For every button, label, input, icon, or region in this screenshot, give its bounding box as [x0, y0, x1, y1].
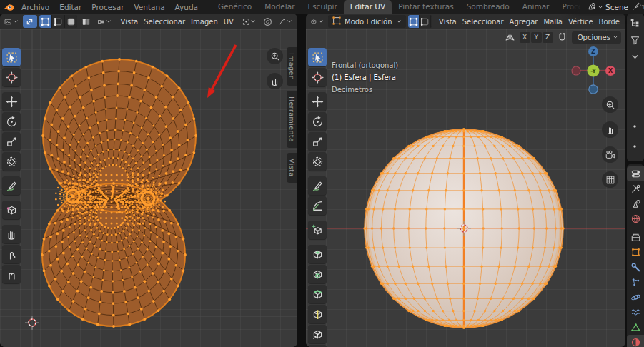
properties-tab-tool[interactable]: [627, 181, 644, 196]
face-select-mode-button[interactable]: [65, 15, 77, 28]
mode-dropdown[interactable]: Modo Edición: [328, 15, 406, 28]
sticky-selection-dropdown[interactable]: [96, 15, 114, 28]
proportional-falloff-dropdown[interactable]: [277, 15, 294, 28]
edge-select-mode-button[interactable]: [52, 15, 64, 28]
select-box-tool[interactable]: [2, 48, 21, 66]
cursor-tool[interactable]: [308, 68, 327, 86]
properties-tab-fluid[interactable]: [627, 305, 644, 320]
options-dropdown[interactable]: Opciones: [572, 31, 621, 44]
workspace-tab-genérico[interactable]: Genérico: [212, 0, 258, 14]
outliner-tree-icon[interactable]: [630, 18, 640, 31]
blender-logo-icon[interactable]: [2, 1, 16, 13]
navigation-gizmo[interactable]: XZ-Y: [570, 45, 620, 95]
properties-tab-particles[interactable]: [627, 275, 644, 290]
menu-archivo[interactable]: Archivo: [16, 3, 54, 11]
pinch-tool[interactable]: [2, 265, 21, 283]
rip-region-tool[interactable]: [2, 201, 21, 219]
face-select-mode-button[interactable]: [431, 15, 432, 28]
workspace-tab-editar-uv[interactable]: Editar UV: [344, 0, 392, 14]
uv-menu-seleccionar[interactable]: Seleccionar: [141, 18, 188, 26]
rotate-tool[interactable]: [308, 112, 327, 131]
properties-tab-material[interactable]: [627, 335, 644, 347]
scene-dropdown-icon[interactable]: [586, 1, 597, 13]
snap-icon[interactable]: [555, 31, 570, 44]
zoom-in-button[interactable]: [267, 48, 283, 64]
uv-menu-vista[interactable]: Vista: [118, 18, 142, 26]
inset-tool[interactable]: [308, 265, 327, 283]
cursor-tool[interactable]: [2, 68, 21, 86]
mirror-icon[interactable]: [503, 31, 517, 44]
edge-select-mode-button[interactable]: [420, 15, 430, 28]
transform-tool[interactable]: [308, 152, 327, 171]
uv-viewport[interactable]: ImagenHerramientaVista: [0, 29, 297, 347]
pivot-point-dropdown[interactable]: [241, 15, 259, 28]
properties-tab-scene[interactable]: [627, 196, 644, 211]
bevel-tool[interactable]: [308, 285, 327, 303]
chevron-down-icon[interactable]: [630, 51, 640, 65]
scale-tool[interactable]: [2, 132, 21, 151]
workspace-tab-animar[interactable]: Animar: [516, 0, 556, 14]
annotate-tool[interactable]: [308, 176, 327, 195]
viewport-3d[interactable]: XYZ Opciones Frontal (ortogonal) (1) Esf…: [306, 29, 625, 347]
properties-tab-modifiers[interactable]: [627, 260, 644, 275]
vertex-select-mode-button[interactable]: [39, 15, 51, 28]
workspace-tab-esculpir[interactable]: Esculpir: [302, 0, 344, 14]
viewport-menu-malla[interactable]: Malla: [540, 18, 565, 26]
outliner-row-dot[interactable]: [630, 141, 640, 154]
properties-tab-physics[interactable]: [627, 290, 644, 305]
extrude-tool[interactable]: [308, 245, 327, 263]
properties-tab-world[interactable]: [627, 211, 644, 226]
properties-tab-collection[interactable]: [627, 230, 644, 245]
workspace-tab-modelar[interactable]: Modelar: [258, 0, 301, 14]
measure-tool[interactable]: [308, 196, 327, 215]
knife-tool[interactable]: [308, 325, 327, 343]
workspace-tab-pintar-texturas[interactable]: Pintar texturas: [392, 0, 460, 14]
menu-ayuda[interactable]: Ayuda: [170, 3, 203, 11]
sidebar-tab-vista[interactable]: Vista: [287, 153, 297, 182]
annotate-tool[interactable]: [2, 176, 21, 195]
viewport-menu-borde[interactable]: Borde: [596, 18, 623, 26]
scene-name[interactable]: Scene: [605, 3, 628, 11]
outliner-row-dot[interactable]: [630, 121, 640, 134]
scale-tool[interactable]: [308, 132, 327, 151]
properties-tab-object[interactable]: [627, 245, 644, 260]
pan-hand-button[interactable]: [267, 73, 283, 89]
menu-procesar[interactable]: Procesar: [86, 3, 129, 11]
transform-tool[interactable]: [2, 152, 21, 171]
uv-sync-selection-toggle[interactable]: [23, 15, 37, 28]
properties-tab-data[interactable]: [627, 320, 644, 335]
mirror-z-toggle[interactable]: Z: [543, 32, 553, 43]
rotate-tool[interactable]: [2, 112, 21, 131]
add-cube-tool[interactable]: [308, 221, 327, 239]
mirror-y-toggle[interactable]: Y: [531, 32, 542, 43]
viewport-menu-vértice[interactable]: Vértice: [565, 18, 596, 26]
relax-tool[interactable]: [2, 245, 21, 263]
uv-menu-imagen[interactable]: Imagen: [188, 18, 221, 26]
menu-editar[interactable]: Editar: [54, 3, 86, 11]
pan-hand-button[interactable]: [602, 121, 618, 138]
uv-menu-uv[interactable]: UV: [221, 18, 237, 26]
filter-icon[interactable]: [630, 35, 640, 49]
uv-island-mode-button[interactable]: [79, 15, 94, 28]
mirror-x-toggle[interactable]: X: [520, 32, 530, 43]
vertex-select-mode-button[interactable]: [408, 15, 419, 28]
pin-icon[interactable]: [633, 1, 642, 12]
move-tool[interactable]: [2, 92, 21, 111]
loop-cut-tool[interactable]: [308, 305, 327, 323]
editor-type-dropdown[interactable]: [309, 15, 326, 28]
sidebar-tab-imagen[interactable]: Imagen: [287, 47, 297, 86]
workspace-tab-sombreado[interactable]: Sombreado: [460, 0, 516, 14]
menu-ventana[interactable]: Ventana: [129, 3, 169, 11]
properties-tab-tool-settings[interactable]: [627, 166, 644, 181]
grab-tool[interactable]: [2, 225, 21, 243]
proportional-editing-toggle[interactable]: [260, 15, 274, 28]
sidebar-tab-herramienta[interactable]: Herramienta: [287, 91, 297, 148]
viewport-menu-seleccionar[interactable]: Seleccionar: [460, 18, 507, 26]
viewport-menu-vista[interactable]: Vista: [436, 18, 460, 26]
editor-type-dropdown[interactable]: [3, 15, 21, 28]
camera-view-button[interactable]: [602, 146, 618, 163]
viewport-menu-agregar[interactable]: Agregar: [507, 18, 541, 26]
move-tool[interactable]: [308, 92, 327, 111]
grid-ortho-button[interactable]: [602, 171, 618, 188]
select-box-tool[interactable]: [308, 48, 327, 66]
